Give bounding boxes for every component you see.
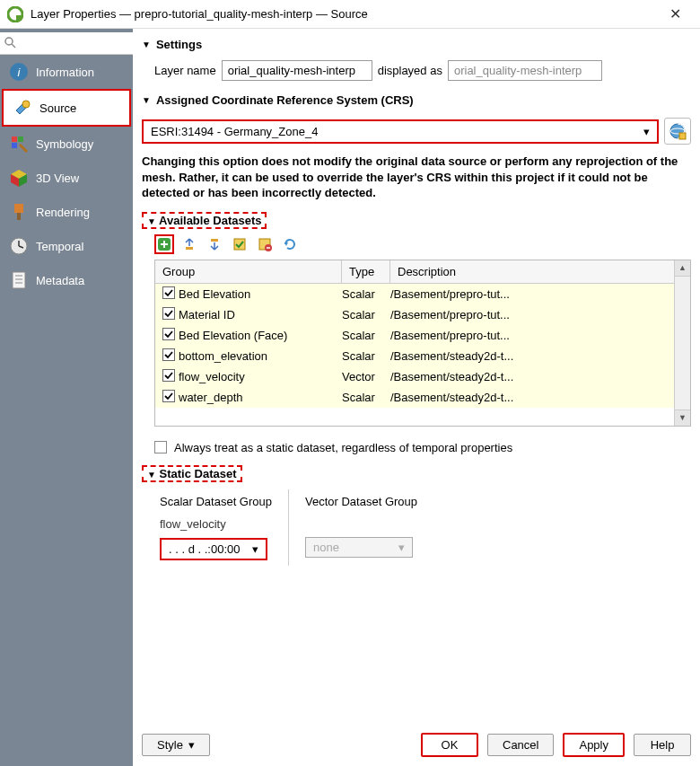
- dataset-description: /Basement/steady2d-t...: [390, 370, 683, 383]
- svg-rect-9: [12, 143, 17, 148]
- sidebar-item-label: Temporal: [36, 240, 83, 253]
- chevron-down-icon: ▼: [142, 95, 151, 105]
- svg-rect-13: [14, 204, 23, 213]
- crs-select[interactable]: ESRI:31494 - Germany_Zone_4 ▾: [142, 119, 659, 144]
- datasets-header-row: Group Type Description: [155, 260, 690, 284]
- displayed-as-input: [448, 60, 602, 81]
- deselect-all-button[interactable]: [255, 234, 275, 254]
- chevron-down-icon: ▼: [147, 470, 156, 480]
- expand-button[interactable]: [179, 234, 199, 254]
- svg-point-2: [5, 38, 13, 45]
- dataset-name: water_depth: [179, 391, 342, 404]
- sidebar-item-source[interactable]: Source: [2, 89, 131, 127]
- sidebar-item-temporal[interactable]: Temporal: [0, 229, 133, 263]
- displayed-as-label: displayed as: [378, 64, 442, 77]
- dropdown-icon: ▾: [188, 738, 195, 752]
- datasets-toolbar: [154, 234, 691, 254]
- table-row[interactable]: Material IDScalar/Basement/prepro-tut...: [155, 304, 690, 325]
- dataset-type: Scalar: [342, 287, 390, 301]
- dropdown-icon: ▾: [398, 541, 405, 554]
- available-datasets-header[interactable]: Available Datasets: [159, 214, 261, 227]
- table-row[interactable]: flow_velocityVector/Basement/steady2d-t.…: [155, 366, 690, 387]
- dataset-checkbox[interactable]: [162, 390, 179, 405]
- vector-group-select[interactable]: none ▾: [305, 537, 413, 558]
- table-row[interactable]: water_depthScalar/Basement/steady2d-t...: [155, 387, 690, 408]
- help-button[interactable]: Help: [634, 734, 691, 756]
- brush-icon: [9, 134, 29, 154]
- cancel-button[interactable]: Cancel: [487, 734, 554, 756]
- settings-header[interactable]: ▼ Settings: [142, 34, 691, 55]
- always-static-checkbox[interactable]: [154, 441, 167, 453]
- clock-icon: [9, 236, 29, 256]
- layer-name-input[interactable]: [222, 60, 372, 81]
- dataset-name: bottom_elevation: [179, 349, 342, 363]
- dropdown-icon: ▾: [252, 542, 258, 556]
- crs-note: Changing this option does not modify the…: [142, 154, 691, 201]
- style-button[interactable]: Style▾: [142, 734, 210, 756]
- dataset-checkbox[interactable]: [162, 328, 179, 343]
- document-icon: [9, 270, 29, 290]
- sidebar-item-label: Source: [39, 101, 76, 115]
- select-all-button[interactable]: [230, 234, 249, 254]
- search-icon: [4, 36, 16, 48]
- scroll-down-icon[interactable]: ▼: [675, 409, 690, 426]
- scalar-time-select[interactable]: . . . d . .:00:00 ▾: [160, 538, 267, 560]
- column-description[interactable]: Description: [390, 260, 690, 283]
- globe-icon: [669, 122, 687, 140]
- svg-rect-36: [163, 307, 175, 319]
- collapse-button[interactable]: [205, 234, 224, 254]
- sidebar-item-rendering[interactable]: Rendering: [0, 195, 133, 229]
- sidebar-search-input[interactable]: [0, 32, 133, 54]
- svg-rect-35: [163, 286, 175, 298]
- svg-rect-29: [211, 239, 218, 242]
- dataset-checkbox[interactable]: [162, 307, 179, 322]
- svg-rect-40: [163, 390, 175, 401]
- apply-button[interactable]: Apply: [563, 733, 625, 757]
- main-panel: ▼ Settings Layer name displayed as ▼ Ass…: [133, 29, 700, 766]
- crs-header[interactable]: ▼ Assigned Coordinate Reference System (…: [142, 90, 691, 110]
- cube-icon: [9, 168, 29, 188]
- column-type[interactable]: Type: [342, 260, 390, 283]
- dataset-checkbox[interactable]: [162, 369, 179, 384]
- svg-rect-39: [163, 369, 175, 381]
- table-row[interactable]: Bed ElevationScalar/Basement/prepro-tut.…: [155, 284, 690, 304]
- sidebar: i Information Source Symbology 3D View R…: [0, 29, 133, 766]
- dataset-name: Bed Elevation (Face): [179, 329, 342, 342]
- dataset-checkbox[interactable]: [162, 286, 179, 302]
- svg-rect-7: [12, 136, 17, 142]
- dataset-type: Scalar: [342, 391, 390, 404]
- scroll-up-icon[interactable]: ▲: [675, 260, 690, 277]
- svg-rect-18: [13, 272, 25, 288]
- sidebar-item-3d-view[interactable]: 3D View: [0, 161, 133, 195]
- sidebar-item-label: Rendering: [36, 206, 90, 219]
- static-dataset-header[interactable]: Static Dataset: [160, 467, 237, 480]
- datasets-scrollbar[interactable]: ▲ ▼: [674, 260, 690, 426]
- svg-rect-38: [163, 348, 175, 360]
- always-static-label: Always treat as a static dataset, regard…: [174, 441, 512, 454]
- sidebar-item-symbology[interactable]: Symbology: [0, 127, 133, 161]
- dataset-type: Scalar: [342, 308, 390, 321]
- sidebar-item-information[interactable]: i Information: [0, 55, 133, 89]
- svg-rect-28: [186, 247, 193, 250]
- datasets-table: Group Type Description Bed ElevationScal…: [154, 260, 691, 427]
- window-title: Layer Properties — prepro-tutorial_quali…: [31, 7, 657, 21]
- dialog-buttons: Style▾ OK Cancel Apply Help: [142, 720, 691, 757]
- table-row[interactable]: bottom_elevationScalar/Basement/steady2d…: [155, 346, 690, 366]
- dataset-checkbox[interactable]: [162, 348, 179, 364]
- refresh-button[interactable]: [280, 234, 300, 254]
- add-dataset-button[interactable]: [154, 234, 174, 254]
- svg-rect-8: [18, 136, 23, 142]
- close-button[interactable]: ✕: [657, 5, 693, 22]
- vector-dataset-panel: Vector Dataset Group none ▾: [288, 489, 433, 566]
- layer-name-label: Layer name: [154, 64, 216, 77]
- dataset-name: Material ID: [179, 308, 342, 321]
- wrench-icon: [13, 98, 32, 118]
- column-group[interactable]: Group: [155, 260, 342, 283]
- sidebar-item-label: 3D View: [36, 172, 79, 185]
- info-icon: i: [9, 62, 29, 82]
- sidebar-item-metadata[interactable]: Metadata: [0, 263, 133, 297]
- crs-picker-button[interactable]: [664, 118, 691, 145]
- ok-button[interactable]: OK: [421, 733, 478, 757]
- table-row[interactable]: Bed Elevation (Face)Scalar/Basement/prep…: [155, 325, 690, 346]
- svg-rect-37: [163, 328, 175, 339]
